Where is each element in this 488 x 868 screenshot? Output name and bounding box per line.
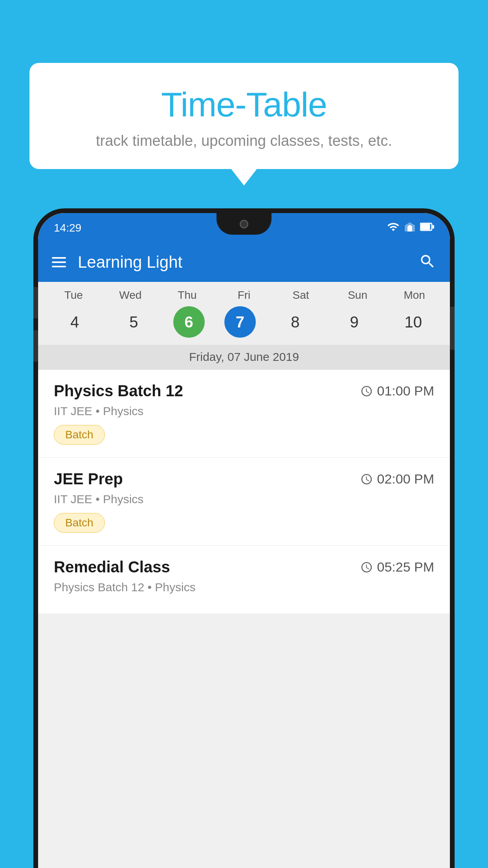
signal-icon	[404, 221, 415, 235]
vol-down-button	[33, 330, 38, 362]
class-time-1: 02:00 PM	[360, 471, 434, 487]
batch-badge-0: Batch	[54, 425, 105, 445]
day-num-4[interactable]: 4	[55, 306, 94, 338]
day-name-tue: Tue	[54, 289, 93, 302]
class-item-header-0: Physics Batch 12 01:00 PM	[54, 382, 434, 400]
day-num-8[interactable]: 8	[275, 306, 315, 338]
menu-icon[interactable]	[52, 257, 66, 267]
day-num-5[interactable]: 5	[114, 306, 153, 338]
class-item-0[interactable]: Physics Batch 12 01:00 PM IIT JEE • Phys…	[38, 370, 450, 458]
power-button	[450, 307, 455, 350]
day-name-sat: Sat	[281, 289, 321, 302]
app-title: Time-Table	[53, 85, 435, 125]
day-numbers: 45678910	[38, 306, 450, 345]
speech-bubble-container: Time-Table track timetable, upcoming cla…	[29, 63, 459, 169]
class-name-1: JEE Prep	[54, 470, 123, 488]
day-name-fri: Fri	[224, 289, 264, 302]
class-time-0: 01:00 PM	[360, 383, 434, 399]
status-time: 14:29	[54, 222, 81, 234]
day-name-wed: Wed	[111, 289, 150, 302]
class-list: Physics Batch 12 01:00 PM IIT JEE • Phys…	[38, 370, 450, 614]
vol-up-button	[33, 287, 38, 318]
class-item-1[interactable]: JEE Prep 02:00 PM IIT JEE • Physics Batc…	[38, 458, 450, 546]
toolbar-title: Learning Light	[78, 253, 419, 272]
svg-rect-2	[433, 225, 435, 228]
phone-screen: 14:29	[38, 213, 450, 868]
day-name-mon: Mon	[395, 289, 434, 302]
day-num-10[interactable]: 10	[394, 306, 433, 338]
class-meta-1: IIT JEE • Physics	[54, 493, 434, 506]
notch	[216, 213, 272, 235]
class-item-header-1: JEE Prep 02:00 PM	[54, 470, 434, 488]
wifi-icon	[387, 221, 400, 235]
search-icon[interactable]	[419, 253, 436, 272]
class-item-2[interactable]: Remedial Class 05:25 PM Physics Batch 12…	[38, 546, 450, 614]
battery-icon	[420, 221, 434, 235]
class-name-2: Remedial Class	[54, 558, 170, 576]
day-headers: TueWedThuFriSatSunMon	[38, 289, 450, 306]
class-meta-0: IIT JEE • Physics	[54, 405, 434, 418]
phone-frame: 14:29	[33, 208, 455, 868]
selected-date-label: Friday, 07 June 2019	[38, 345, 450, 370]
front-camera	[240, 220, 248, 228]
status-bar: 14:29	[38, 213, 450, 243]
day-name-sun: Sun	[338, 289, 377, 302]
batch-badge-1: Batch	[54, 513, 105, 533]
day-num-6[interactable]: 6	[173, 306, 205, 338]
app-toolbar: Learning Light	[38, 243, 450, 282]
class-item-header-2: Remedial Class 05:25 PM	[54, 558, 434, 576]
day-num-9[interactable]: 9	[335, 306, 374, 338]
status-icons	[387, 221, 434, 235]
day-num-7[interactable]: 7	[224, 306, 256, 338]
calendar-strip: TueWedThuFriSatSunMon 45678910 Friday, 0…	[38, 282, 450, 370]
day-name-thu: Thu	[167, 289, 207, 302]
app-subtitle: track timetable, upcoming classes, tests…	[53, 132, 435, 149]
class-time-2: 05:25 PM	[360, 559, 434, 575]
class-meta-2: Physics Batch 12 • Physics	[54, 581, 434, 594]
speech-bubble: Time-Table track timetable, upcoming cla…	[29, 63, 459, 169]
class-name-0: Physics Batch 12	[54, 382, 183, 400]
svg-rect-1	[421, 224, 430, 230]
